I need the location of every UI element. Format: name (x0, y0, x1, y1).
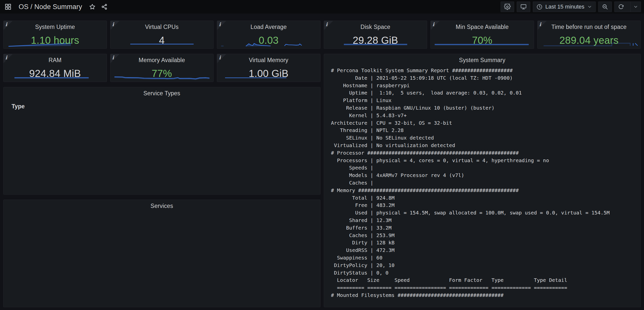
dashboard-title[interactable]: OS / Node Summary (19, 3, 82, 11)
stat-panel-min-space-available: i Min Space Available 70% (430, 21, 534, 49)
top-navbar: OS / Node Summary (0, 0, 644, 14)
system-summary-panel: System Summary # Percona Toolkit System … (324, 54, 641, 307)
panel-title[interactable]: Load Average (217, 21, 320, 31)
panel-title[interactable]: System Uptime (4, 21, 107, 31)
panel-title[interactable]: Disk Space (324, 21, 427, 31)
stat-value: 29.28 GiB (324, 35, 427, 46)
panel-info-icon[interactable]: i (324, 21, 333, 30)
panel-info-icon[interactable]: i (431, 21, 440, 30)
stat-panel-disk-space: i Disk Space 29.28 GiB (324, 21, 427, 49)
gear-icon (504, 4, 511, 10)
time-range-label: Last 15 minutes (545, 4, 584, 10)
panel-info-icon[interactable]: i (538, 21, 547, 30)
panel-title[interactable]: Services (4, 200, 320, 210)
stat-value: 1.00 GiB (217, 68, 320, 79)
share-icon[interactable] (101, 4, 108, 10)
panel-info-icon[interactable]: i (110, 21, 119, 30)
panel-info-icon[interactable]: i (217, 21, 226, 30)
favorite-star-icon[interactable] (89, 4, 96, 10)
panel-title[interactable]: RAM (4, 54, 107, 64)
time-range-picker[interactable]: Last 15 minutes (533, 2, 596, 12)
refresh-icon (618, 4, 624, 10)
stat-value: 924.84 MiB (4, 68, 107, 79)
panel-title[interactable]: Virtual Memory (217, 54, 320, 64)
panel-title[interactable]: Min Space Available (431, 21, 534, 31)
stat-panel-virtual-cpus: i Virtual CPUs 4 (110, 21, 214, 49)
panel-title[interactable]: System Summary (324, 54, 641, 64)
panel-info-icon[interactable]: i (4, 21, 13, 30)
stat-value: 4 (110, 35, 214, 46)
stat-value: 77% (110, 68, 214, 79)
panel-title[interactable]: Memory Available (110, 54, 214, 64)
stat-panel-ram: i RAM 924.84 MiB (3, 54, 107, 82)
zoom-out-time-button[interactable] (598, 2, 612, 12)
refresh-interval-dropdown[interactable] (630, 2, 641, 12)
services-panel: Services (3, 200, 320, 307)
stat-value: 289.04 years (538, 35, 641, 46)
stat-panel-time-before-run-out-of-space: i Time before run out of space 289.04 ye… (537, 21, 641, 49)
stat-panel-virtual-memory: i Virtual Memory 1.00 GiB (217, 54, 320, 82)
refresh-dashboard-button[interactable] (615, 2, 628, 12)
zoom-out-icon (602, 4, 608, 10)
panel-info-icon[interactable]: i (110, 54, 119, 63)
dashboard-settings-button[interactable] (501, 2, 514, 12)
panel-title[interactable]: Virtual CPUs (110, 21, 214, 31)
stat-panel-system-uptime: i System Uptime 1.10 hours (3, 21, 107, 49)
chevron-down-icon (587, 4, 592, 9)
dashboards-grid-icon[interactable] (3, 2, 13, 12)
tv-kiosk-mode-button[interactable] (517, 2, 530, 12)
stat-value: 70% (431, 35, 534, 46)
monitor-icon (520, 4, 527, 10)
stat-value: 1.10 hours (4, 35, 107, 46)
chevron-down-icon (633, 4, 638, 9)
panel-info-icon[interactable]: i (4, 54, 13, 63)
stat-value: 0.03 (217, 35, 320, 46)
panel-title[interactable]: Time before run out of space (538, 21, 641, 31)
stat-panel-load-average: i Load Average 0.03 (217, 21, 320, 49)
table-column-header-type[interactable]: Type (4, 97, 320, 110)
clock-icon (536, 4, 543, 10)
stat-panel-memory-available: i Memory Available 77% (110, 54, 214, 82)
dashboard-grid: i System Uptime 1.10 hours i Virtual CPU… (0, 14, 644, 307)
panel-title[interactable]: Service Types (4, 87, 320, 97)
service-types-panel: Service Types Type (3, 87, 320, 195)
panel-info-icon[interactable]: i (217, 54, 226, 63)
system-summary-text: # Percona Toolkit System Summary Report … (324, 64, 641, 299)
refresh-button-group (614, 2, 641, 12)
